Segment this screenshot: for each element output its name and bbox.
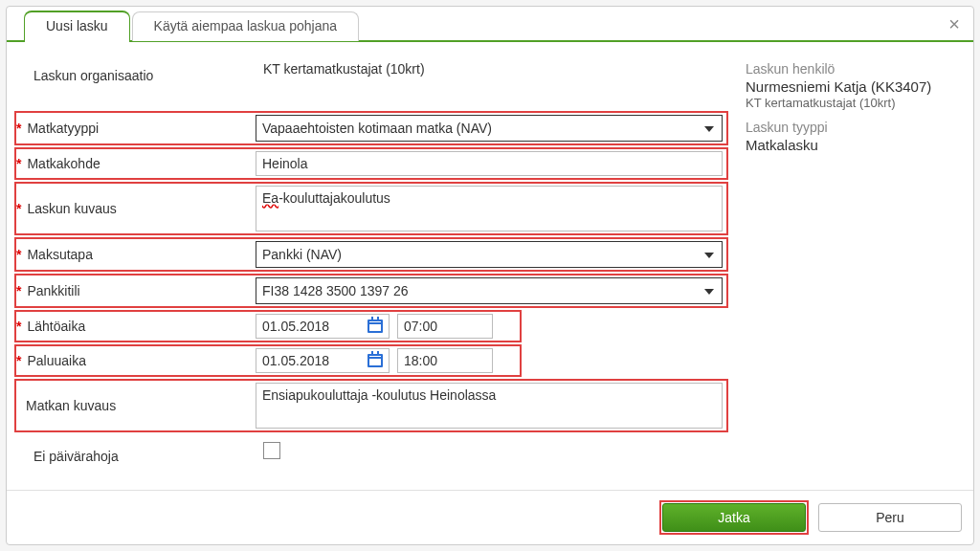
row-no-allowance: Ei päivärahoja	[14, 434, 728, 474]
label-destination: Matkakohde	[16, 149, 256, 178]
side-type-value: Matkalasku	[746, 137, 966, 153]
trip-description-value: Ensiapukouluttaja -koulutus Heinolassa	[262, 387, 496, 403]
return-date-value: 01.05.2018	[262, 353, 329, 368]
return-time-input[interactable]: 18:00	[397, 348, 493, 373]
continue-button[interactable]: Jatka	[662, 503, 806, 532]
row-return: Paluuaika 01.05.2018 18:00	[14, 344, 522, 377]
departure-date-input[interactable]: 01.05.2018	[256, 314, 390, 339]
cancel-button[interactable]: Peru	[818, 503, 962, 532]
label-payment: Maksutapa	[16, 239, 256, 270]
continue-highlight: Jatka	[659, 500, 809, 535]
content: Laskun organisaatio KT kertamatkustajat …	[7, 42, 973, 490]
label-bank: Pankkitili	[16, 276, 256, 306]
value-organisation: KT kertamatkustajat (10krt)	[263, 61, 728, 77]
departure-time-input[interactable]: 07:00	[397, 314, 493, 339]
destination-input[interactable]: Heinola	[256, 151, 723, 176]
row-bank: Pankkitili FI38 1428 3500 1397 26	[14, 274, 728, 308]
label-trip-description: Matkan kuvaus	[16, 381, 256, 430]
tabs: Uusi lasku Käytä aiempaa laskua pohjana	[7, 7, 973, 41]
side-person-sub: KT kertamatkustajat (10krt)	[746, 96, 966, 110]
label-departure: Lähtöaika	[16, 312, 256, 341]
row-destination: Matkakohde Heinola	[14, 147, 728, 180]
tab-new-invoice[interactable]: Uusi lasku	[24, 11, 130, 41]
tab-use-previous[interactable]: Käytä aiempaa laskua pohjana	[132, 11, 359, 41]
return-time-value: 18:00	[404, 353, 437, 368]
footer: Jatka Peru	[7, 490, 973, 544]
label-trip-type: Matkatyyppi	[16, 113, 256, 143]
departure-date-value: 01.05.2018	[262, 319, 329, 334]
label-return: Paluuaika	[16, 346, 256, 375]
description-value-rest: -kouluttajakoulutus	[278, 190, 390, 206]
payment-value: Pankki (NAV)	[262, 247, 342, 262]
trip-type-select[interactable]: Vapaaehtoisten kotimaan matka (NAV)	[256, 115, 723, 142]
row-payment: Maksutapa Pankki (NAV)	[14, 237, 728, 272]
calendar-icon[interactable]	[368, 320, 383, 333]
row-trip-type: Matkatyyppi Vapaaehtoisten kotimaan matk…	[14, 111, 728, 145]
side-person-value: Nurmesniemi Katja (KK3407)	[746, 78, 966, 95]
row-description: Laskun kuvaus Ea-kouluttajakoulutus	[14, 182, 728, 235]
row-organisation: Laskun organisaatio KT kertamatkustajat …	[14, 57, 728, 94]
bank-value: FI38 1428 3500 1397 26	[262, 283, 409, 298]
row-departure: Lähtöaika 01.05.2018 07:00	[14, 310, 522, 342]
label-organisation: Laskun organisaatio	[24, 61, 263, 90]
description-value-prefix: Ea	[262, 190, 278, 206]
row-trip-description: Matkan kuvaus Ensiapukouluttaja -koulutu…	[14, 379, 728, 432]
destination-value: Heinola	[262, 156, 307, 171]
label-description: Laskun kuvaus	[16, 184, 256, 233]
payment-select[interactable]: Pankki (NAV)	[256, 241, 723, 268]
label-no-allowance: Ei päivärahoja	[24, 442, 263, 471]
no-allowance-checkbox[interactable]	[263, 442, 280, 459]
close-icon[interactable]: ×	[948, 14, 960, 33]
return-date-input[interactable]: 01.05.2018	[256, 348, 390, 373]
trip-description-input[interactable]: Ensiapukouluttaja -koulutus Heinolassa	[256, 383, 723, 429]
description-input[interactable]: Ea-kouluttajakoulutus	[256, 186, 723, 231]
departure-time-value: 07:00	[404, 319, 437, 334]
trip-type-value: Vapaaehtoisten kotimaan matka (NAV)	[262, 121, 492, 136]
form: Laskun organisaatio KT kertamatkustajat …	[14, 57, 728, 490]
dialog: × Uusi lasku Käytä aiempaa laskua pohjan…	[6, 6, 974, 545]
bank-select[interactable]: FI38 1428 3500 1397 26	[256, 277, 723, 304]
side-type-label: Laskun tyyppi	[746, 120, 966, 135]
calendar-icon[interactable]	[368, 354, 383, 367]
side-person-label: Laskun henkilö	[746, 61, 966, 77]
sidebar: Laskun henkilö Nurmesniemi Katja (KK3407…	[728, 57, 966, 490]
